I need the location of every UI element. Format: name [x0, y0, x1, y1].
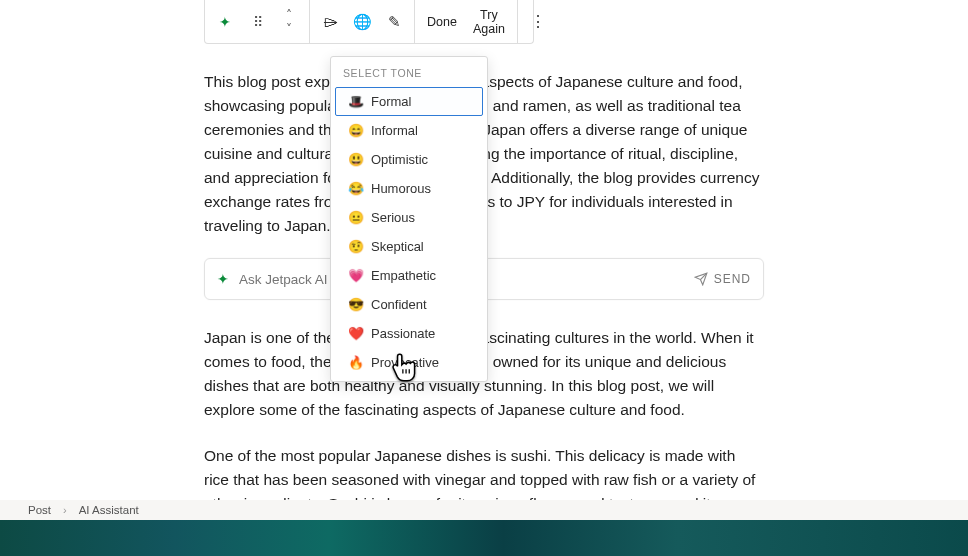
tone-option-label: Empathetic — [371, 268, 436, 283]
edit-pencil-icon[interactable]: ✎ — [378, 4, 410, 40]
done-button[interactable]: Done — [419, 4, 465, 40]
tone-option-empathetic[interactable]: 💗Empathetic — [335, 261, 483, 290]
ai-icon[interactable]: ✦ — [209, 4, 241, 40]
tone-option-label: Informal — [371, 123, 418, 138]
globe-icon[interactable]: 🌐 — [346, 4, 378, 40]
chevron-right-icon: › — [63, 504, 67, 516]
tone-option-provocative[interactable]: 🔥Provocative — [335, 348, 483, 377]
tone-option-label: Formal — [371, 94, 411, 109]
tone-option-optimistic[interactable]: 😃Optimistic — [335, 145, 483, 174]
editor-canvas: ✦ ⠿ ˄˅ ⌲ 🌐 ✎ Done Try Again ⋮ This blog … — [0, 0, 968, 512]
tone-option-serious[interactable]: 😐Serious — [335, 203, 483, 232]
tone-option-confident[interactable]: 😎Confident — [335, 290, 483, 319]
tone-emoji-icon: 💗 — [348, 268, 363, 283]
tone-dropdown-header: SELECT TONE — [331, 57, 487, 87]
more-options-icon[interactable]: ⋮ — [522, 4, 554, 40]
tone-dropdown: SELECT TONE 🎩Formal😄Informal😃Optimistic😂… — [330, 56, 488, 382]
move-chevron-icon[interactable]: ˄˅ — [273, 4, 305, 40]
block-toolbar: ✦ ⠿ ˄˅ ⌲ 🌐 ✎ Done Try Again ⋮ — [204, 0, 534, 44]
breadcrumb: Post › AI Assistant — [0, 500, 968, 520]
tone-option-formal[interactable]: 🎩Formal — [335, 87, 483, 116]
tone-option-label: Serious — [371, 210, 415, 225]
footer-gradient — [0, 520, 968, 556]
tone-option-label: Optimistic — [371, 152, 428, 167]
tone-emoji-icon: 🤨 — [348, 239, 363, 254]
send-button[interactable]: SEND — [694, 272, 751, 286]
send-icon — [694, 272, 708, 286]
tone-option-label: Humorous — [371, 181, 431, 196]
tone-option-informal[interactable]: 😄Informal — [335, 116, 483, 145]
tone-emoji-icon: 😐 — [348, 210, 363, 225]
try-again-button[interactable]: Try Again — [465, 4, 513, 40]
tone-option-humorous[interactable]: 😂Humorous — [335, 174, 483, 203]
tone-option-passionate[interactable]: ❤️Passionate — [335, 319, 483, 348]
tone-option-skeptical[interactable]: 🤨Skeptical — [335, 232, 483, 261]
tone-emoji-icon: 🎩 — [348, 94, 363, 109]
breadcrumb-root[interactable]: Post — [28, 504, 51, 516]
tone-emoji-icon: 😂 — [348, 181, 363, 196]
breadcrumb-current: AI Assistant — [79, 504, 139, 516]
tone-option-label: Skeptical — [371, 239, 424, 254]
tone-option-label: Passionate — [371, 326, 435, 341]
tone-emoji-icon: 🔥 — [348, 355, 363, 370]
announce-icon[interactable]: ⌲ — [314, 4, 346, 40]
tone-option-label: Confident — [371, 297, 427, 312]
ai-sparkle-icon: ✦ — [217, 271, 229, 287]
tone-emoji-icon: 😃 — [348, 152, 363, 167]
drag-handle-icon[interactable]: ⠿ — [241, 4, 273, 40]
tone-emoji-icon: 😎 — [348, 297, 363, 312]
tone-emoji-icon: ❤️ — [348, 326, 363, 341]
tone-emoji-icon: 😄 — [348, 123, 363, 138]
tone-option-label: Provocative — [371, 355, 439, 370]
send-label: SEND — [714, 272, 751, 286]
